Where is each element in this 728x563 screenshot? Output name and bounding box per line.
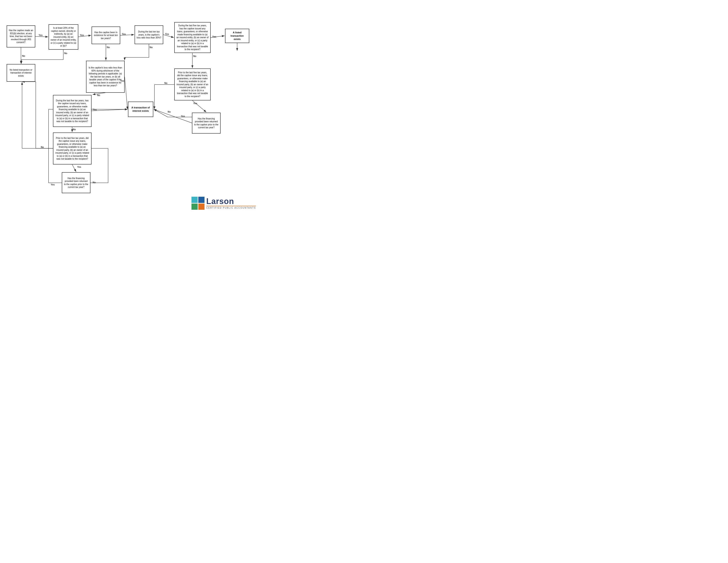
logo-sq-orange <box>198 203 205 210</box>
label-b14-yes: Yes <box>51 183 55 186</box>
label-b10-no: No <box>73 128 76 131</box>
label-b9-no: No <box>164 82 167 84</box>
box-financing-last5yr-bottom: During the last five tax years, has the … <box>53 95 92 127</box>
logo-squares <box>191 197 205 210</box>
label-b2-no: No <box>64 52 67 55</box>
label-b10-yes: Yes <box>93 108 97 111</box>
label-b4-yes: Yes <box>165 33 169 35</box>
box-captive-20pct: Is at least 20% of the captive owned, di… <box>49 24 78 50</box>
label-b14-no: No <box>93 181 96 184</box>
logo-company-name: Larson <box>206 197 256 205</box>
svg-line-20 <box>92 109 128 111</box>
label-b5-no: No <box>193 55 196 57</box>
svg-line-15 <box>125 77 128 109</box>
svg-line-24 <box>154 109 168 117</box>
box-listed-transaction: A listed transaction exists <box>225 29 249 43</box>
logo-text-block: Larson CERTIFIED PUBLIC ACCOUNTANTS <box>206 197 256 209</box>
logo-subtitle: CERTIFIED PUBLIC ACCOUNTANTS <box>206 206 256 209</box>
logo-sq-teal <box>191 197 198 203</box>
svg-line-1 <box>35 36 48 37</box>
box-financing-returned-top: Has the financing provided been returned… <box>192 113 221 133</box>
label-b12-yes: Yes <box>181 115 185 117</box>
box-loss-ratio-60: Is the captive's loss ratio less than 60… <box>86 61 125 93</box>
logo-sq-green <box>191 203 198 210</box>
flowchart: Has the captive made an 831(b) election,… <box>0 0 265 216</box>
box-transaction-of-interest: A transaction of interest exists <box>128 102 153 117</box>
box-no-transaction: No listed transaction or transaction of … <box>7 64 35 82</box>
label-b12-no: No <box>168 110 171 113</box>
label-b1-yes: Yes <box>39 34 43 36</box>
label-b3-yes: Yes <box>122 33 126 35</box>
label-b2-yes: Yes <box>80 34 84 36</box>
svg-line-25 <box>72 164 76 172</box>
box-prior-financing-bottom: Prior to the last five tax years, did th… <box>53 132 92 164</box>
label-b8-no: No <box>97 94 100 96</box>
label-b4-no: No <box>150 46 153 49</box>
box-financing-returned-bottom: Has the financing provided been returned… <box>62 172 90 193</box>
svg-line-22 <box>154 109 192 123</box>
label-b13-yes: Yes <box>77 165 81 168</box>
box-captive-existence: Has the captive been in existence for at… <box>92 26 120 44</box>
label-b9-yes: Yes <box>193 102 197 105</box>
label-b1-no: No <box>22 55 25 57</box>
box-financing-5yr: During the last five tax years, has the … <box>174 22 211 53</box>
box-loss-ratio-30: During the last ten tax years, is the ca… <box>135 25 163 44</box>
label-b8-yes: Yes <box>120 79 124 82</box>
logo-sq-blue <box>198 197 205 203</box>
box-prior-financing-top: Prior to the last five tax years, did th… <box>174 68 211 100</box>
label-b5-yes: Yes <box>212 35 216 38</box>
box-captive-831b: Has the captive made an 831(b) election,… <box>7 25 35 47</box>
label-b3-no: No <box>107 46 110 49</box>
label-b13-no: No <box>41 146 44 148</box>
logo: Larson CERTIFIED PUBLIC ACCOUNTANTS <box>191 197 256 210</box>
